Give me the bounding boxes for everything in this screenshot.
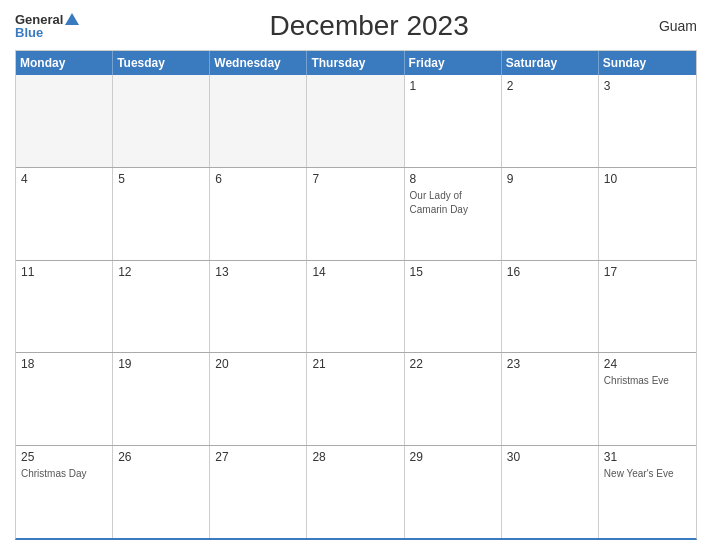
day-number: 17 [604, 265, 691, 279]
day-number: 14 [312, 265, 398, 279]
day-number: 28 [312, 450, 398, 464]
cal-cell-17: 17 [599, 261, 696, 353]
cal-cell-20: 20 [210, 353, 307, 445]
day-number: 30 [507, 450, 593, 464]
cal-cell-19: 19 [113, 353, 210, 445]
day-number: 13 [215, 265, 301, 279]
day-number: 24 [604, 357, 691, 371]
cal-cell-2: 2 [502, 75, 599, 167]
cal-cell-22: 22 [405, 353, 502, 445]
day-number: 7 [312, 172, 398, 186]
cal-cell-28: 28 [307, 446, 404, 538]
logo: General Blue [15, 13, 79, 39]
cal-cell-1: 1 [405, 75, 502, 167]
day-number: 29 [410, 450, 496, 464]
day-number: 16 [507, 265, 593, 279]
cal-cell-6: 6 [210, 168, 307, 260]
cal-cell-23: 23 [502, 353, 599, 445]
cal-cell-26: 26 [113, 446, 210, 538]
day-number: 20 [215, 357, 301, 371]
calendar-row-2: 45678Our Lady of Camarin Day910 [16, 168, 696, 261]
region-label: Guam [659, 18, 697, 34]
logo-blue-text: Blue [15, 26, 79, 39]
calendar-grid: MondayTuesdayWednesdayThursdayFridaySatu… [15, 50, 697, 540]
cal-cell-21: 21 [307, 353, 404, 445]
day-number: 26 [118, 450, 204, 464]
header-cell-monday: Monday [16, 51, 113, 75]
cal-cell-7: 7 [307, 168, 404, 260]
cal-cell-25: 25Christmas Day [16, 446, 113, 538]
cal-cell-27: 27 [210, 446, 307, 538]
day-number: 5 [118, 172, 204, 186]
cal-cell-16: 16 [502, 261, 599, 353]
header-cell-wednesday: Wednesday [210, 51, 307, 75]
calendar-row-3: 11121314151617 [16, 261, 696, 354]
day-number: 15 [410, 265, 496, 279]
day-number: 18 [21, 357, 107, 371]
calendar-header: General Blue December 2023 Guam [15, 10, 697, 42]
day-number: 2 [507, 79, 593, 93]
cal-cell-11: 11 [16, 261, 113, 353]
cal-cell-empty-1 [113, 75, 210, 167]
cal-cell-12: 12 [113, 261, 210, 353]
day-number: 21 [312, 357, 398, 371]
cal-cell-empty-3 [307, 75, 404, 167]
calendar-body: 12345678Our Lady of Camarin Day910111213… [16, 75, 696, 538]
cal-cell-9: 9 [502, 168, 599, 260]
cal-cell-13: 13 [210, 261, 307, 353]
day-number: 4 [21, 172, 107, 186]
calendar-row-4: 18192021222324Christmas Eve [16, 353, 696, 446]
day-number: 11 [21, 265, 107, 279]
event-label: Our Lady of Camarin Day [410, 190, 468, 215]
day-number: 27 [215, 450, 301, 464]
cal-cell-10: 10 [599, 168, 696, 260]
header-cell-saturday: Saturday [502, 51, 599, 75]
cal-cell-15: 15 [405, 261, 502, 353]
event-label: New Year's Eve [604, 468, 674, 479]
cal-cell-3: 3 [599, 75, 696, 167]
cal-cell-empty-2 [210, 75, 307, 167]
calendar-row-1: 123 [16, 75, 696, 168]
cal-cell-31: 31New Year's Eve [599, 446, 696, 538]
day-number: 25 [21, 450, 107, 464]
calendar-page: General Blue December 2023 Guam MondayTu… [0, 0, 712, 550]
header-cell-tuesday: Tuesday [113, 51, 210, 75]
cal-cell-29: 29 [405, 446, 502, 538]
day-number: 1 [410, 79, 496, 93]
day-number: 19 [118, 357, 204, 371]
logo-triangle-icon [65, 13, 79, 25]
cal-cell-14: 14 [307, 261, 404, 353]
cal-cell-24: 24Christmas Eve [599, 353, 696, 445]
cal-cell-8: 8Our Lady of Camarin Day [405, 168, 502, 260]
day-number: 23 [507, 357, 593, 371]
calendar-row-5: 25Christmas Day262728293031New Year's Ev… [16, 446, 696, 538]
day-number: 10 [604, 172, 691, 186]
cal-cell-empty-0 [16, 75, 113, 167]
month-title: December 2023 [79, 10, 658, 42]
day-number: 31 [604, 450, 691, 464]
cal-cell-5: 5 [113, 168, 210, 260]
cal-cell-4: 4 [16, 168, 113, 260]
cal-cell-18: 18 [16, 353, 113, 445]
day-number: 9 [507, 172, 593, 186]
cal-cell-30: 30 [502, 446, 599, 538]
event-label: Christmas Eve [604, 375, 669, 386]
event-label: Christmas Day [21, 468, 87, 479]
calendar-header-row: MondayTuesdayWednesdayThursdayFridaySatu… [16, 51, 696, 75]
day-number: 8 [410, 172, 496, 186]
day-number: 12 [118, 265, 204, 279]
header-cell-friday: Friday [405, 51, 502, 75]
header-cell-thursday: Thursday [307, 51, 404, 75]
day-number: 6 [215, 172, 301, 186]
header-cell-sunday: Sunday [599, 51, 696, 75]
day-number: 22 [410, 357, 496, 371]
day-number: 3 [604, 79, 691, 93]
